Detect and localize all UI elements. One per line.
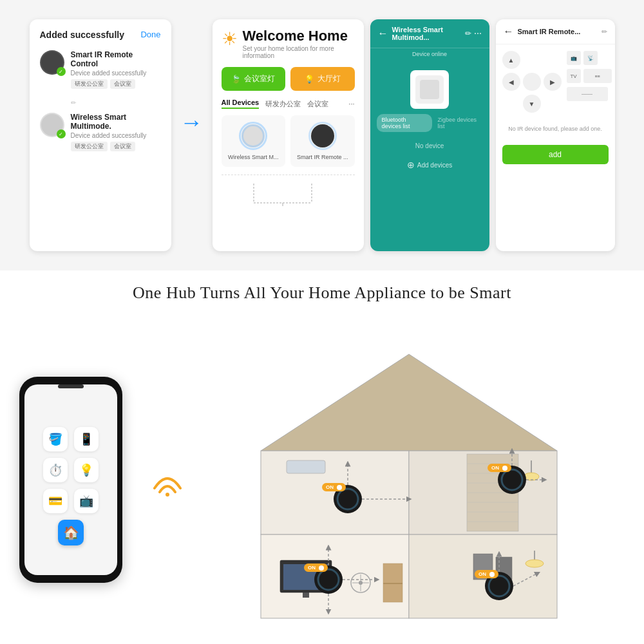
svg-rect-6 bbox=[261, 451, 409, 535]
on-badge-lower-right: ON bbox=[475, 567, 507, 580]
svg-point-33 bbox=[526, 560, 544, 567]
phone-mockup: 🪣 📱 ⏱️ 💡 💳 📺 🏠 bbox=[19, 377, 122, 583]
svg-point-4 bbox=[166, 493, 169, 497]
ir-back-arrow[interactable]: ← bbox=[504, 26, 514, 37]
app-icons-grid: 🪣 📱 ⏱️ 💡 💳 📺 bbox=[33, 414, 109, 520]
hub-icon-area bbox=[370, 60, 489, 114]
on-badge-upper-left: ON bbox=[322, 480, 354, 493]
bottom-section: 🪣 📱 ⏱️ 💡 💳 📺 🏠 .ws{fill:none;stroke:#f5a… bbox=[0, 316, 644, 644]
connector-lines bbox=[222, 180, 355, 206]
device-sub-2: Device added successfully bbox=[71, 132, 161, 139]
check-icon-2: ✓ bbox=[57, 129, 66, 138]
on-badge-lower-left: ON bbox=[304, 560, 336, 573]
devices-tab-row: All Devices 研发办公室 会议室 ··· bbox=[222, 99, 355, 109]
plus-icon: ⊕ bbox=[407, 160, 415, 170]
device-tags-2: 研发公公室 会议室 bbox=[71, 142, 161, 151]
no-device-text: No device bbox=[370, 137, 489, 155]
bluetooth-zigbee-tabs: Bluetooth devices list Zigbee devices li… bbox=[370, 114, 489, 132]
device-card-label-1: Wireless Smart M... bbox=[228, 154, 279, 160]
svg-rect-10 bbox=[287, 460, 325, 473]
more-icon[interactable]: ··· bbox=[348, 100, 354, 108]
device-icon-2: ✓ bbox=[40, 113, 64, 137]
ir-device-icons: 📺 📡 TV ≡≡ ──── bbox=[567, 51, 612, 113]
wireless-panel-title: Wireless Smart Multimod... bbox=[392, 26, 461, 41]
device-card-1[interactable]: Wireless Smart M... bbox=[222, 115, 286, 167]
app-icon-card[interactable]: 💳 bbox=[43, 489, 68, 513]
hub-tagline: One Hub Turns All Your Home Appliance to… bbox=[26, 283, 618, 303]
device-online-status: Device online bbox=[370, 48, 489, 60]
svg-rect-22 bbox=[303, 592, 309, 598]
ir-right-btn[interactable]: ▶ bbox=[544, 73, 562, 91]
device-card-2[interactable]: Smart IR Remote ... bbox=[290, 115, 355, 167]
ir-down-btn[interactable]: ▼ bbox=[523, 95, 541, 113]
bluetooth-tab[interactable]: Bluetooth devices list bbox=[377, 114, 433, 132]
hub-icon bbox=[410, 70, 449, 109]
share-icon[interactable]: ⋯ bbox=[474, 29, 482, 38]
wireless-panel: ← Wireless Smart Multimod... ✏ ⋯ Device … bbox=[370, 19, 489, 251]
ir-edit-icon[interactable]: ✏ bbox=[601, 28, 607, 36]
ir-header: ← Smart IR Remote... ✏ bbox=[496, 19, 615, 44]
arrow-right-icon: → bbox=[180, 109, 204, 136]
device-item-2: ✓ Wireless Smart Multimode. Device added… bbox=[40, 113, 161, 151]
done-button[interactable]: Done bbox=[140, 30, 160, 39]
middle-section: One Hub Turns All Your Home Appliance to… bbox=[0, 270, 644, 316]
room-btn-green[interactable]: 🍃 会议室灯 bbox=[222, 67, 286, 91]
ir-left-btn[interactable]: ◀ bbox=[502, 73, 520, 91]
ir-icon-2: 📡 bbox=[583, 51, 598, 65]
device-card-icon-1 bbox=[239, 122, 267, 150]
wifi-signal-area: .ws{fill:none;stroke:#f5a623;stroke-widt… bbox=[148, 462, 187, 498]
added-successfully-panel: Done Added successfully ✓ Smart IR Remot… bbox=[30, 19, 171, 251]
ir-icon-5: ──── bbox=[567, 87, 608, 101]
device-name-1: Smart IR Remote Control bbox=[71, 50, 161, 68]
tuya-app-icon[interactable]: 🏠 bbox=[58, 520, 84, 545]
ir-ok-btn[interactable] bbox=[523, 73, 541, 91]
ir-icon-3: TV bbox=[567, 69, 581, 83]
sun-icon: ☀ bbox=[222, 28, 238, 50]
welcome-home-panel: ☀ Welcome Home Set your home location fo… bbox=[213, 19, 364, 251]
app-icon-bulb[interactable]: 💡 bbox=[74, 458, 99, 482]
device-name-2: Wireless Smart Multimode. bbox=[71, 113, 161, 131]
teal-header: ← Wireless Smart Multimod... ✏ ⋯ bbox=[370, 19, 489, 48]
zigbee-tab[interactable]: Zigbee devices list bbox=[432, 114, 482, 132]
svg-rect-29 bbox=[383, 583, 402, 584]
ir-controls: ▲ ◀ ▶ ▼ 📺 📡 TV ≡≡ bbox=[502, 51, 609, 113]
top-section: Done Added successfully ✓ Smart IR Remot… bbox=[0, 0, 644, 270]
room-buttons: 🍃 会议室灯 💡 大厅灯 bbox=[222, 67, 355, 91]
phone-notch bbox=[58, 384, 84, 388]
tab-room-1[interactable]: 研发办公室 bbox=[265, 99, 301, 109]
add-devices-btn[interactable]: ⊕ Add devices bbox=[370, 155, 489, 175]
app-icon-bucket[interactable]: 🪣 bbox=[43, 427, 68, 451]
ir-remote-panel: ← Smart IR Remote... ✏ ▲ ◀ ▶ ▼ 📺 bbox=[496, 19, 615, 251]
app-icon-timer[interactable]: ⏱️ bbox=[43, 458, 68, 482]
house-svg: ON ON ON ON bbox=[222, 335, 596, 625]
tab-all-devices[interactable]: All Devices bbox=[222, 99, 260, 109]
device-sub-1: Device added successfully bbox=[71, 70, 161, 77]
app-icon-tablet[interactable]: 📱 bbox=[74, 427, 99, 451]
on-badge-upper-right: ON bbox=[488, 460, 520, 473]
device-tags-1: 研发公公室 会议室 bbox=[71, 79, 161, 89]
device-icon-1: ✓ bbox=[40, 50, 64, 75]
back-arrow-icon[interactable]: ← bbox=[378, 28, 388, 39]
device-cards: Wireless Smart M... Smart IR Remote ... bbox=[222, 115, 355, 167]
phone-screen: 🪣 📱 ⏱️ 💡 💳 📺 🏠 bbox=[24, 384, 117, 575]
device-card-icon-2 bbox=[308, 122, 337, 150]
welcome-title: Welcome Home bbox=[243, 28, 355, 44]
ir-content: ▲ ◀ ▶ ▼ 📺 📡 TV ≡≡ bbox=[496, 44, 615, 171]
tab-room-2[interactable]: 会议室 bbox=[307, 99, 328, 109]
no-ir-device-text: No IR device found, please add one. bbox=[502, 119, 609, 138]
room-btn-orange[interactable]: 💡 大厅灯 bbox=[290, 67, 355, 91]
house-illustration: ON ON ON ON bbox=[193, 332, 625, 628]
add-ir-button[interactable]: add bbox=[502, 145, 609, 164]
device-item-1: ✓ Smart IR Remote Control Device added s… bbox=[40, 50, 161, 89]
ir-panel-title: Smart IR Remote... bbox=[518, 28, 598, 35]
device-card-label-2: Smart IR Remote ... bbox=[297, 154, 348, 160]
app-icon-tv[interactable]: 📺 bbox=[74, 489, 99, 513]
ir-icon-4: ≡≡ bbox=[583, 69, 612, 83]
check-icon-1: ✓ bbox=[57, 67, 66, 76]
svg-marker-5 bbox=[261, 354, 557, 451]
ir-up-btn[interactable]: ▲ bbox=[502, 51, 520, 69]
wifi-signal-svg: .ws{fill:none;stroke:#f5a623;stroke-widt… bbox=[148, 462, 187, 498]
ir-icon-1: 📺 bbox=[567, 51, 581, 65]
welcome-sub: Set your home location for more informat… bbox=[243, 45, 355, 59]
edit-icon[interactable]: ✏ bbox=[465, 29, 471, 38]
